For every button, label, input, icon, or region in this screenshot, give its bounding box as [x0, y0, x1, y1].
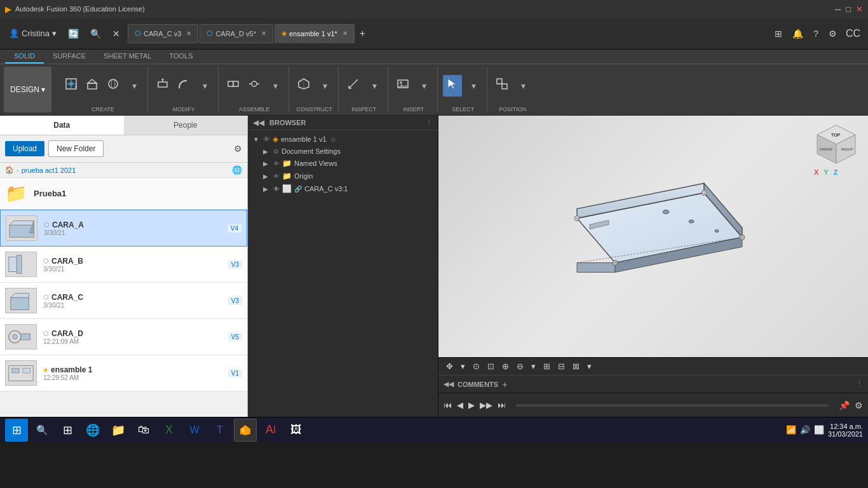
teams-btn[interactable]: T: [208, 419, 231, 442]
file-item-cara-c[interactable]: ⬡ CARA_C 3/30/21 V3: [0, 283, 247, 319]
refresh-btn[interactable]: 🔄: [64, 26, 83, 41]
orbit-btn[interactable]: ⊙: [470, 360, 482, 372]
network-icon[interactable]: 📶: [786, 425, 796, 435]
modify-fillet-btn[interactable]: [174, 75, 193, 97]
ensamble-version[interactable]: V1: [228, 369, 242, 377]
ribbon-tab-sheet-metal[interactable]: SHEET METAL: [95, 50, 160, 64]
photos-btn[interactable]: 🖼: [285, 419, 308, 442]
store-btn[interactable]: 🛍: [132, 419, 155, 442]
inspect-more-btn[interactable]: ▾: [365, 79, 384, 93]
settings-btn[interactable]: ⚙: [825, 25, 841, 42]
tree-named-views-eye[interactable]: 👁: [273, 160, 280, 167]
timeline-play-btn[interactable]: ▶: [468, 400, 475, 410]
timeline-pin-btn[interactable]: 📌: [839, 400, 850, 410]
tree-origin-eye[interactable]: 👁: [273, 173, 280, 180]
user-button[interactable]: 👤 Cristina ▾: [5, 26, 60, 41]
pan-btn[interactable]: ✥: [444, 360, 456, 372]
zoom-out-btn[interactable]: ⊖: [514, 360, 526, 372]
timeline-prev-btn[interactable]: ◀: [457, 400, 463, 410]
tree-named-views[interactable]: ▶ 👁 📁 Named Views: [248, 157, 438, 170]
file-item-cara-a[interactable]: ⬡ CARA_A 3/30/21 V4: [0, 210, 247, 247]
cara-d-version[interactable]: V5: [228, 333, 242, 341]
fusion-active-btn[interactable]: F: [234, 419, 257, 442]
explorer-btn[interactable]: 📁: [107, 419, 130, 442]
browser-taskbar-btn[interactable]: 🌐: [81, 419, 104, 442]
tree-origin[interactable]: ▶ 👁 📁 Origin: [248, 170, 438, 182]
timeline-next-btn[interactable]: ▶▶: [480, 400, 492, 410]
browser-menu-icon[interactable]: ⋮: [426, 119, 433, 127]
view-grid-btn[interactable]: ⊞: [541, 360, 553, 372]
zoom-arrow-btn[interactable]: ▾: [529, 360, 538, 372]
clock-display[interactable]: 12:34 a.m. 31/03/2021: [828, 423, 863, 438]
assemble-component-btn[interactable]: [224, 75, 243, 97]
cara-b-version[interactable]: V3: [228, 261, 242, 269]
assemble-more-btn[interactable]: ▾: [266, 79, 285, 93]
add-comment-btn[interactable]: +: [502, 379, 507, 390]
tree-doc-settings[interactable]: ▶ ⚙ Document Settings: [248, 146, 438, 157]
assemble-joint-btn[interactable]: [245, 75, 264, 97]
modify-more-btn[interactable]: ▾: [195, 79, 214, 93]
viewport[interactable]: TOP FRONT RIGHT X Y Z: [438, 116, 868, 357]
tree-root-item[interactable]: ▼ 👁 ◈ ensamble 1 v1 ⊙: [248, 133, 438, 146]
modify-press-pull-btn[interactable]: [153, 75, 172, 97]
start-btn[interactable]: ⊞: [5, 419, 28, 442]
construct-plane-btn[interactable]: [294, 75, 313, 97]
file-item-ensamble[interactable]: ◈ ensamble 1 12:29:52 AM V1: [0, 355, 247, 391]
create-sketch-btn[interactable]: +: [62, 75, 81, 97]
folder-item-prueba1[interactable]: 📁 Prueba1: [0, 178, 247, 210]
tab-close-cara-d[interactable]: ✕: [261, 30, 266, 37]
design-dropdown-btn[interactable]: DESIGN ▾: [4, 67, 51, 112]
adobe-btn[interactable]: Ai: [259, 419, 282, 442]
cara-a-version[interactable]: V4: [227, 224, 241, 233]
tab-close-ensamble[interactable]: ✕: [342, 30, 348, 37]
minimize-btn[interactable]: ─: [835, 4, 841, 14]
pan-arrow-btn[interactable]: ▾: [458, 360, 468, 372]
close-btn[interactable]: ✕: [856, 4, 863, 14]
search-taskbar-btn[interactable]: 🔍: [31, 419, 53, 442]
ribbon-tab-tools[interactable]: TOOLS: [160, 50, 201, 64]
search-btn[interactable]: 🔍: [86, 26, 105, 41]
task-view-btn[interactable]: ⊞: [56, 419, 79, 442]
maximize-btn[interactable]: □: [846, 4, 851, 14]
new-folder-btn[interactable]: New Folder: [48, 140, 104, 157]
grid-settings-btn[interactable]: ⊟: [555, 360, 567, 372]
word-btn[interactable]: W: [183, 419, 206, 442]
volume-icon[interactable]: 🔊: [800, 425, 810, 435]
cara-c-version[interactable]: V3: [228, 297, 242, 305]
comments-expand-btn[interactable]: ◀◀: [444, 380, 454, 388]
create-extrude-btn[interactable]: [83, 75, 102, 97]
create-more-btn[interactable]: ▾: [125, 79, 144, 93]
display-mode-btn[interactable]: ⊠: [570, 360, 582, 372]
excel-btn[interactable]: X: [158, 419, 180, 442]
tree-root-eye[interactable]: 👁: [263, 135, 270, 143]
tab-cara-c[interactable]: ⬡ CARA_C v3 ✕: [128, 24, 198, 43]
tab-close-cara-c[interactable]: ✕: [186, 30, 191, 37]
position-btn[interactable]: [492, 75, 512, 97]
inspect-measure-btn[interactable]: [344, 75, 363, 97]
timeline-bar[interactable]: [516, 404, 829, 407]
tab-cara-d[interactable]: ⬡ CARA_D v5* ✕: [200, 24, 273, 43]
tab-data[interactable]: Data: [0, 116, 124, 135]
timeline-last-btn[interactable]: ⏭: [498, 400, 506, 410]
construct-more-btn[interactable]: ▾: [315, 79, 334, 93]
browser-collapse-btn[interactable]: ◀◀: [253, 118, 264, 127]
notification-btn[interactable]: 🔔: [789, 25, 807, 42]
titlebar-controls[interactable]: ─ □ ✕: [835, 4, 863, 14]
tree-cara-c-eye[interactable]: 👁: [273, 186, 280, 193]
tab-ensamble[interactable]: ◈ ensamble 1 v1* ✕: [275, 24, 355, 43]
ribbon-tab-solid[interactable]: SOLID: [5, 50, 44, 64]
add-tab-btn[interactable]: +: [356, 25, 369, 42]
ribbon-tab-surface[interactable]: SURFACE: [44, 50, 95, 64]
zoom-in-btn[interactable]: ⊕: [499, 360, 512, 372]
breadcrumb-folder[interactable]: prueba act1 2021: [22, 166, 76, 174]
upload-btn[interactable]: Upload: [5, 141, 44, 156]
create-revolve-btn[interactable]: [104, 75, 123, 97]
panels-btn[interactable]: ⊞: [771, 25, 786, 42]
comments-collapse-icon[interactable]: ⋮: [856, 380, 863, 388]
panel-settings-btn[interactable]: ⚙: [234, 144, 242, 154]
insert-image-btn[interactable]: [393, 75, 412, 97]
timeline-first-btn[interactable]: ⏮: [444, 400, 452, 410]
file-item-cara-d[interactable]: ⬡ CARA_D 12:21:09 AM V5: [0, 319, 247, 355]
close-panel-btn[interactable]: ✕: [109, 26, 124, 41]
select-more-btn[interactable]: ▾: [464, 79, 483, 93]
